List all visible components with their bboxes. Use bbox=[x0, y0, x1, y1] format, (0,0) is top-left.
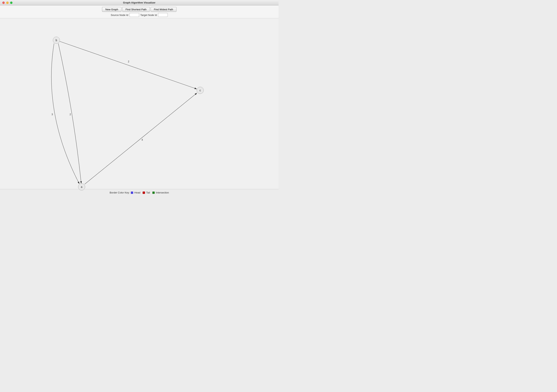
find-widest-path-button[interactable]: Find Widest Path bbox=[151, 7, 176, 12]
tail-color-square bbox=[143, 192, 145, 194]
minimize-button[interactable] bbox=[6, 1, 8, 4]
target-node-label: Target Node Id bbox=[140, 14, 157, 16]
graph-canvas: b c a 2 3 2 4 bbox=[0, 18, 278, 190]
node-b[interactable]: b bbox=[53, 37, 60, 44]
edge-label-b-a-right: 2 bbox=[70, 113, 71, 116]
edge-label-a-c: 4 bbox=[141, 138, 143, 141]
app-title: Graph Algorithm Visualizer bbox=[123, 1, 156, 4]
close-button[interactable] bbox=[2, 1, 5, 4]
source-node-label: Source Node Id bbox=[111, 14, 128, 16]
edge-label-b-a-left: 3 bbox=[51, 113, 53, 116]
legend-label: Border Color Key: bbox=[110, 191, 130, 194]
intersection-legend-label: Intersection bbox=[156, 191, 169, 194]
window-controls bbox=[2, 1, 12, 4]
edge-label-b-c: 2 bbox=[128, 60, 129, 63]
find-shortest-path-button[interactable]: Find Shortest Path bbox=[122, 7, 150, 12]
footer-legend: Border Color Key: Head Tail Intersection bbox=[0, 189, 278, 196]
head-legend-label: Head bbox=[134, 191, 140, 194]
toolbar-buttons: New Graph Find Shortest Path Find Widest… bbox=[102, 7, 176, 12]
tail-legend-label: Tail bbox=[146, 191, 150, 194]
node-a[interactable]: a bbox=[78, 183, 85, 190]
node-c[interactable]: c bbox=[197, 87, 204, 94]
edges-svg bbox=[0, 18, 278, 190]
toolbar: New Graph Find Shortest Path Find Widest… bbox=[0, 5, 278, 18]
target-node-input[interactable] bbox=[158, 13, 168, 17]
new-graph-button[interactable]: New Graph bbox=[102, 7, 122, 12]
intersection-color-square bbox=[152, 192, 155, 194]
toolbar-inputs: Source Node Id Target Node Id bbox=[111, 13, 168, 17]
titlebar: Graph Algorithm Visualizer bbox=[0, 0, 278, 5]
head-color-square bbox=[131, 192, 133, 194]
edge-b-a-left bbox=[51, 43, 79, 184]
edge-a-c bbox=[85, 93, 197, 184]
maximize-button[interactable] bbox=[10, 1, 12, 4]
edge-b-c bbox=[56, 40, 197, 89]
source-node-input[interactable] bbox=[130, 13, 139, 17]
